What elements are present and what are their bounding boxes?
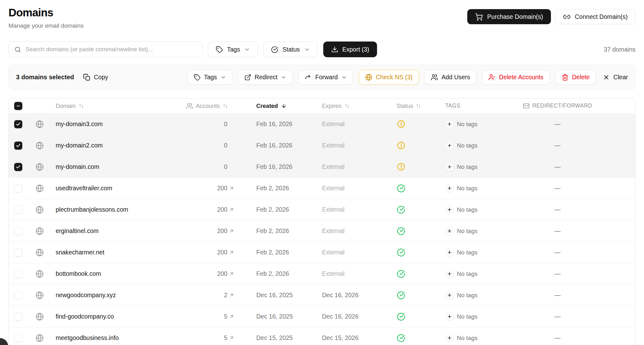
table-row: my-domain2.com 0 Feb 16, 2026 External N… [9,135,635,156]
redirect-forward-empty: — [554,292,561,299]
plus-icon [447,186,452,191]
delete-accounts-button[interactable]: Delete Accounts [482,70,550,85]
domain-name[interactable]: find-goodcompany.co [56,313,114,320]
domain-name[interactable]: my-domain2.com [56,142,103,149]
export-button[interactable]: Export (3) [323,42,377,57]
row-checkbox[interactable] [14,334,22,342]
forward-arrow-icon [305,74,312,81]
domain-name[interactable]: my-domain3.com [56,120,103,128]
bulk-redirect-dropdown[interactable]: Redirect [238,70,293,85]
select-all-checkbox[interactable] [14,102,22,110]
row-checkbox[interactable] [14,184,22,192]
domain-name[interactable]: snakecharmer.net [56,249,104,256]
add-tag-button[interactable]: No tags [437,205,523,214]
search-input[interactable] [25,46,197,53]
floating-widget-peek[interactable] [0,338,8,345]
sort-icon [416,103,421,109]
link-icon [563,13,571,21]
plus-icon [447,164,452,169]
add-tag-button[interactable]: No tags [437,248,523,257]
row-checkbox[interactable] [14,142,22,150]
accounts-cell[interactable]: 0 [186,120,256,128]
column-header-domain[interactable]: Domain [56,103,186,109]
accounts-cell[interactable]: 0 [186,142,256,149]
domain-name[interactable]: plectrumbanjolessons.com [56,206,128,213]
chevron-down-icon [341,75,347,80]
bulk-forward-dropdown[interactable]: Forward [298,70,353,85]
table-row: erginaltinel.com 200 Feb 2, 2026 Externa… [9,220,635,242]
accounts-cell[interactable]: 5 [186,313,256,320]
row-checkbox[interactable] [14,206,22,214]
connect-domains-button[interactable]: Connect Domain(s) [555,9,636,24]
check-ns-button[interactable]: Check NS (3) [359,70,419,85]
tag-icon [194,74,201,81]
clear-selection-button[interactable]: Clear [603,74,628,81]
table-header: Domain Accounts Created Expires Status [9,98,635,114]
add-tag-button[interactable]: No tags [437,163,523,171]
column-header-created[interactable]: Created [256,103,322,109]
accounts-cell[interactable]: 5 [186,334,256,342]
accounts-cell[interactable]: 200 [186,227,256,235]
globe-icon [36,163,44,171]
delete-label: Delete [572,74,590,81]
domain-name[interactable]: erginaltinel.com [56,227,99,235]
domain-name[interactable]: newgoodcompany.xyz [56,292,116,299]
row-checkbox[interactable] [14,163,22,171]
plus-icon [447,293,452,298]
table-row: my-domain3.com 0 Feb 16, 2026 External N… [9,114,635,135]
accounts-cell[interactable]: 200 [186,206,256,213]
accounts-cell[interactable]: 200 [186,249,256,256]
domain-name[interactable]: meetgoodbusiness.info [56,334,119,342]
column-label-created: Created [256,103,278,109]
add-tag-button[interactable]: No tags [437,312,523,321]
add-tag-button[interactable]: No tags [437,227,523,235]
trash-icon [562,74,569,81]
column-header-status[interactable]: Status [388,103,437,109]
row-checkbox[interactable] [14,313,22,321]
row-checkbox[interactable] [14,291,22,299]
column-header-accounts[interactable]: Accounts [186,103,256,109]
add-tag-button[interactable]: No tags [437,334,523,342]
accounts-count: 200 [186,206,227,213]
column-label-redirect-forward: REDIRECT/FORWARD [532,103,592,109]
row-checkbox[interactable] [14,270,22,278]
add-users-button[interactable]: Add Users [425,70,476,85]
accounts-count: 0 [186,120,227,128]
row-checkbox[interactable] [14,227,22,235]
purchase-domains-button[interactable]: Purchase Domain(s) [467,9,551,24]
delete-button[interactable]: Delete [555,70,596,85]
external-link-icon [244,74,251,81]
globe-icon [36,142,44,150]
tags-filter-dropdown[interactable]: Tags [208,42,258,57]
expires-value: External [322,227,345,235]
no-tags-label: No tags [457,228,477,235]
row-checkbox[interactable] [14,248,22,257]
add-tag-button[interactable]: No tags [437,270,523,278]
created-date: Feb 2, 2026 [256,270,289,277]
row-checkbox[interactable] [14,120,22,128]
arrow-down-icon [281,103,287,109]
redirect-forward-empty: — [554,206,561,213]
accounts-cell[interactable]: 0 [186,163,256,170]
domain-name[interactable]: usedtraveltrailer.com [56,185,112,192]
close-icon [603,74,610,81]
status-filter-dropdown[interactable]: Status [263,42,318,57]
accounts-cell[interactable]: 2 [186,292,256,299]
add-tag-button[interactable]: No tags [437,184,523,192]
accounts-cell[interactable]: 200 [186,270,256,277]
domains-page: Domains Manage your email domains Purcha… [0,0,644,345]
accounts-cell[interactable]: 200 [186,185,256,192]
add-tag-button[interactable]: No tags [437,141,523,150]
domain-name[interactable]: my-domain.com [56,163,99,170]
column-header-expires[interactable]: Expires [322,103,388,109]
copy-button[interactable]: Copy [83,74,108,81]
domain-name[interactable]: bottombook.com [56,270,101,277]
add-tag-button[interactable]: No tags [437,291,523,299]
redirect-forward-empty: — [554,142,561,149]
bulk-tags-dropdown[interactable]: Tags [187,70,232,85]
success-status-icon [397,248,405,257]
expires-value: External [322,249,345,256]
plus-icon [447,229,452,233]
add-tag-button[interactable]: No tags [437,120,523,128]
warning-status-icon [397,120,405,128]
